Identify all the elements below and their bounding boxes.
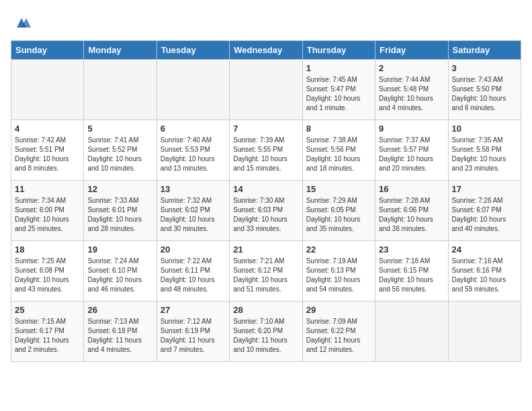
day-info: Sunrise: 7:25 AM Sunset: 6:08 PM Dayligh… (15, 257, 80, 294)
day-info: Sunrise: 7:28 AM Sunset: 6:06 PM Dayligh… (379, 196, 444, 234)
day-number: 11 (15, 184, 80, 194)
day-number: 19 (87, 244, 152, 255)
calendar-body: 1Sunrise: 7:45 AM Sunset: 5:47 PM Daylig… (11, 60, 521, 362)
day-info: Sunrise: 7:37 AM Sunset: 5:57 PM Dayligh… (379, 136, 444, 173)
day-number: 5 (87, 124, 152, 134)
day-cell: 25Sunrise: 7:15 AM Sunset: 6:17 PM Dayli… (11, 302, 84, 362)
day-info: Sunrise: 7:32 AM Sunset: 6:02 PM Dayligh… (161, 196, 226, 234)
day-number: 8 (306, 124, 371, 134)
day-cell: 28Sunrise: 7:10 AM Sunset: 6:20 PM Dayli… (230, 302, 302, 362)
day-number: 21 (233, 244, 298, 255)
day-number: 14 (233, 184, 298, 194)
day-cell: 9Sunrise: 7:37 AM Sunset: 5:57 PM Daylig… (375, 120, 448, 181)
day-info: Sunrise: 7:33 AM Sunset: 6:01 PM Dayligh… (87, 196, 152, 234)
day-info: Sunrise: 7:42 AM Sunset: 5:51 PM Dayligh… (15, 136, 80, 173)
day-cell: 6Sunrise: 7:40 AM Sunset: 5:53 PM Daylig… (157, 120, 229, 181)
day-info: Sunrise: 7:30 AM Sunset: 6:03 PM Dayligh… (233, 196, 298, 234)
day-number: 15 (306, 184, 371, 194)
week-row-2: 4Sunrise: 7:42 AM Sunset: 5:51 PM Daylig… (11, 120, 521, 181)
day-number: 10 (452, 124, 517, 134)
day-info: Sunrise: 7:22 AM Sunset: 6:11 PM Dayligh… (161, 257, 226, 294)
day-cell (375, 302, 448, 362)
week-row-5: 25Sunrise: 7:15 AM Sunset: 6:17 PM Dayli… (11, 302, 521, 362)
day-cell: 10Sunrise: 7:35 AM Sunset: 5:58 PM Dayli… (448, 120, 521, 181)
day-cell (230, 60, 302, 120)
day-number: 13 (161, 184, 226, 194)
day-info: Sunrise: 7:10 AM Sunset: 6:20 PM Dayligh… (233, 317, 298, 355)
day-cell: 5Sunrise: 7:41 AM Sunset: 5:52 PM Daylig… (84, 120, 157, 181)
week-row-4: 18Sunrise: 7:25 AM Sunset: 6:08 PM Dayli… (11, 241, 521, 302)
day-cell: 26Sunrise: 7:13 AM Sunset: 6:18 PM Dayli… (84, 302, 157, 362)
day-cell (448, 302, 521, 362)
header-row: SundayMondayTuesdayWednesdayThursdayFrid… (11, 41, 521, 60)
day-cell (84, 60, 157, 120)
header-cell-wednesday: Wednesday (230, 41, 302, 60)
day-number: 6 (161, 124, 226, 134)
day-info: Sunrise: 7:19 AM Sunset: 6:13 PM Dayligh… (306, 257, 371, 294)
day-info: Sunrise: 7:39 AM Sunset: 5:55 PM Dayligh… (233, 136, 298, 173)
day-info: Sunrise: 7:34 AM Sunset: 6:00 PM Dayligh… (15, 196, 80, 234)
day-cell: 7Sunrise: 7:39 AM Sunset: 5:55 PM Daylig… (230, 120, 302, 181)
header-cell-monday: Monday (84, 41, 157, 60)
day-cell: 15Sunrise: 7:29 AM Sunset: 6:05 PM Dayli… (302, 181, 375, 241)
day-number: 26 (87, 305, 152, 315)
day-cell: 13Sunrise: 7:32 AM Sunset: 6:02 PM Dayli… (157, 181, 229, 241)
day-number: 2 (379, 63, 444, 73)
day-cell: 16Sunrise: 7:28 AM Sunset: 6:06 PM Dayli… (375, 181, 448, 241)
header-cell-sunday: Sunday (11, 41, 84, 60)
logo-icon (12, 13, 31, 32)
day-info: Sunrise: 7:43 AM Sunset: 5:50 PM Dayligh… (452, 75, 517, 113)
day-cell: 17Sunrise: 7:26 AM Sunset: 6:07 PM Dayli… (448, 181, 521, 241)
day-info: Sunrise: 7:26 AM Sunset: 6:07 PM Dayligh… (452, 196, 517, 234)
logo (11, 13, 31, 35)
day-info: Sunrise: 7:24 AM Sunset: 6:10 PM Dayligh… (87, 257, 152, 294)
day-cell: 11Sunrise: 7:34 AM Sunset: 6:00 PM Dayli… (11, 181, 84, 241)
day-number: 25 (15, 305, 80, 315)
day-info: Sunrise: 7:35 AM Sunset: 5:58 PM Dayligh… (452, 136, 517, 173)
day-cell: 20Sunrise: 7:22 AM Sunset: 6:11 PM Dayli… (157, 241, 229, 302)
header-cell-thursday: Thursday (302, 41, 375, 60)
header-cell-saturday: Saturday (448, 41, 521, 60)
day-cell (157, 60, 229, 120)
week-row-3: 11Sunrise: 7:34 AM Sunset: 6:00 PM Dayli… (11, 181, 521, 241)
day-cell: 4Sunrise: 7:42 AM Sunset: 5:51 PM Daylig… (11, 120, 84, 181)
day-info: Sunrise: 7:21 AM Sunset: 6:12 PM Dayligh… (233, 257, 298, 294)
day-cell: 29Sunrise: 7:09 AM Sunset: 6:22 PM Dayli… (302, 302, 375, 362)
day-number: 17 (452, 184, 517, 194)
day-number: 29 (306, 305, 371, 315)
day-info: Sunrise: 7:41 AM Sunset: 5:52 PM Dayligh… (87, 136, 152, 173)
day-number: 16 (379, 184, 444, 194)
day-number: 20 (161, 244, 226, 255)
day-number: 22 (306, 244, 371, 255)
day-cell: 1Sunrise: 7:45 AM Sunset: 5:47 PM Daylig… (302, 60, 375, 120)
day-number: 18 (15, 244, 80, 255)
day-cell: 24Sunrise: 7:16 AM Sunset: 6:16 PM Dayli… (448, 241, 521, 302)
day-cell: 27Sunrise: 7:12 AM Sunset: 6:19 PM Dayli… (157, 302, 229, 362)
calendar-table: SundayMondayTuesdayWednesdayThursdayFrid… (11, 40, 521, 362)
day-number: 9 (379, 124, 444, 134)
page-header (11, 11, 521, 35)
day-cell: 14Sunrise: 7:30 AM Sunset: 6:03 PM Dayli… (230, 181, 302, 241)
header-cell-friday: Friday (375, 41, 448, 60)
day-number: 24 (452, 244, 517, 255)
day-cell: 18Sunrise: 7:25 AM Sunset: 6:08 PM Dayli… (11, 241, 84, 302)
day-cell: 12Sunrise: 7:33 AM Sunset: 6:01 PM Dayli… (84, 181, 157, 241)
day-info: Sunrise: 7:18 AM Sunset: 6:15 PM Dayligh… (379, 257, 444, 294)
day-cell: 3Sunrise: 7:43 AM Sunset: 5:50 PM Daylig… (448, 60, 521, 120)
day-number: 28 (233, 305, 298, 315)
day-info: Sunrise: 7:44 AM Sunset: 5:48 PM Dayligh… (379, 75, 444, 113)
day-number: 27 (161, 305, 226, 315)
day-number: 3 (452, 63, 517, 73)
day-info: Sunrise: 7:12 AM Sunset: 6:19 PM Dayligh… (161, 317, 226, 355)
day-info: Sunrise: 7:40 AM Sunset: 5:53 PM Dayligh… (161, 136, 226, 173)
day-cell: 21Sunrise: 7:21 AM Sunset: 6:12 PM Dayli… (230, 241, 302, 302)
day-cell: 22Sunrise: 7:19 AM Sunset: 6:13 PM Dayli… (302, 241, 375, 302)
day-number: 12 (87, 184, 152, 194)
day-info: Sunrise: 7:13 AM Sunset: 6:18 PM Dayligh… (87, 317, 152, 355)
day-cell: 19Sunrise: 7:24 AM Sunset: 6:10 PM Dayli… (84, 241, 157, 302)
day-number: 4 (15, 124, 80, 134)
calendar-header: SundayMondayTuesdayWednesdayThursdayFrid… (11, 41, 521, 60)
day-info: Sunrise: 7:29 AM Sunset: 6:05 PM Dayligh… (306, 196, 371, 234)
day-cell: 2Sunrise: 7:44 AM Sunset: 5:48 PM Daylig… (375, 60, 448, 120)
day-number: 23 (379, 244, 444, 255)
